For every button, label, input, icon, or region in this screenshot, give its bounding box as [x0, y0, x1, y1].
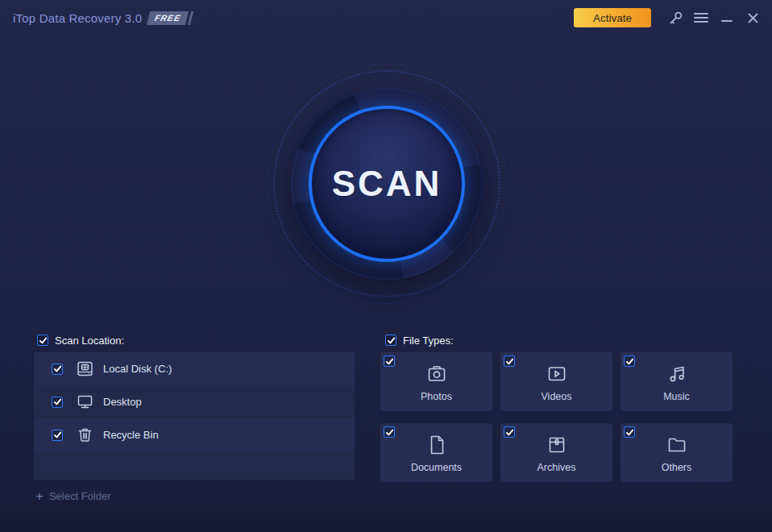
file-type-tile-others[interactable]: Others [621, 423, 733, 482]
desktop-label: Desktop [103, 396, 142, 408]
titlebar: iTop Data Recovery 3.0 FREE Activate [0, 0, 772, 35]
scan-location-row-local-disk[interactable]: Local Disk (C:) [34, 352, 355, 385]
free-badge: FREE [147, 11, 189, 25]
scan-location-row-recycle-bin[interactable]: Recycle Bin [34, 418, 355, 451]
archive-icon [500, 434, 612, 456]
check-icon [39, 336, 48, 345]
file-type-tile-photos[interactable]: Photos [380, 352, 492, 411]
scan-location-empty-row [34, 451, 355, 480]
scan-button-area: SCAN [266, 63, 508, 305]
camera-icon [380, 363, 492, 385]
document-icon [380, 434, 492, 456]
file-types-label: File Types: [403, 335, 454, 347]
file-type-tile-music[interactable]: Music [621, 352, 733, 411]
check-icon [387, 336, 396, 345]
file-type-tile-videos[interactable]: Videos [500, 352, 612, 411]
folder-icon [621, 434, 733, 456]
desktop-checkbox[interactable] [52, 397, 63, 408]
license-key-icon[interactable] [662, 5, 688, 31]
scan-location-label: Scan Location: [55, 335, 124, 347]
scan-button-label: SCAN [332, 164, 442, 204]
app-title: iTop Data Recovery 3.0 [13, 11, 142, 25]
monitor-icon [76, 393, 93, 411]
photos-label: Photos [380, 391, 492, 402]
minimize-icon[interactable] [714, 5, 740, 31]
app-window: iTop Data Recovery 3.0 FREE Activate [0, 0, 772, 532]
videos-label: Videos [500, 391, 612, 402]
free-badge-tail [188, 11, 193, 25]
file-types-header: File Types: [385, 334, 454, 347]
check-icon [53, 430, 62, 439]
menu-icon[interactable] [688, 5, 714, 31]
check-icon [53, 364, 62, 373]
video-icon [500, 363, 612, 385]
scan-location-header: Scan Location: [37, 334, 124, 347]
select-folder-label: Select Folder [49, 490, 111, 502]
file-type-tile-documents[interactable]: Documents [380, 423, 492, 482]
select-folder-button[interactable]: + Select Folder [35, 490, 111, 502]
plus-icon: + [35, 491, 44, 501]
scan-location-list: Local Disk (C:) Desktop [34, 352, 355, 480]
trash-icon [76, 426, 93, 444]
recycle-bin-checkbox[interactable] [52, 430, 63, 441]
scan-location-row-desktop[interactable]: Desktop [34, 385, 355, 418]
recycle-bin-label: Recycle Bin [103, 429, 159, 441]
local-disk-label: Local Disk (C:) [103, 363, 172, 375]
local-disk-checkbox[interactable] [52, 364, 63, 375]
file-type-tile-archives[interactable]: Archives [500, 423, 612, 482]
close-icon[interactable] [740, 5, 766, 31]
others-label: Others [621, 462, 733, 473]
archives-label: Archives [500, 462, 612, 473]
scan-button[interactable]: SCAN [309, 106, 465, 262]
music-icon [621, 363, 733, 385]
check-icon [53, 397, 62, 406]
activate-button[interactable]: Activate [574, 8, 651, 27]
scan-location-checkbox[interactable] [37, 335, 48, 346]
drive-icon [76, 360, 93, 378]
documents-label: Documents [380, 462, 492, 473]
titlebar-controls: Activate [574, 0, 772, 35]
file-types-checkbox[interactable] [385, 335, 396, 346]
music-label: Music [621, 391, 733, 402]
free-badge-label: FREE [154, 13, 182, 23]
